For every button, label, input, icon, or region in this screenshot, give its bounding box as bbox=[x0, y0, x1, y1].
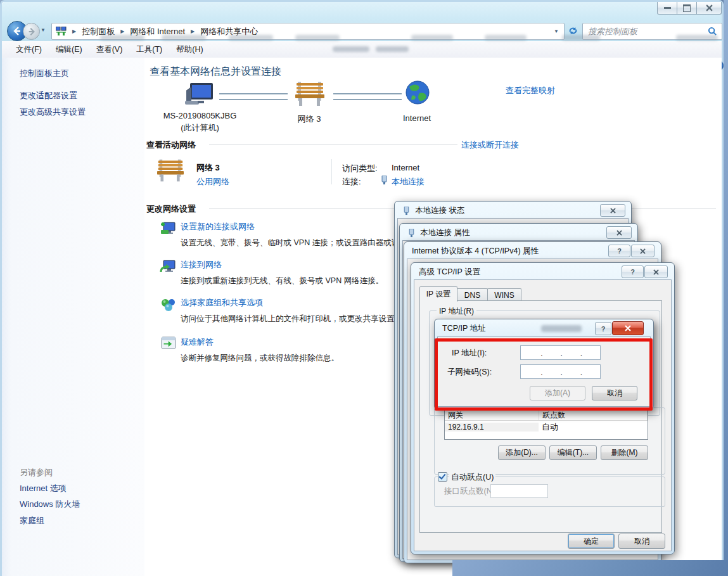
blur-artifact bbox=[162, 35, 206, 41]
troubleshoot-link[interactable]: 疑难解答 bbox=[181, 336, 214, 348]
gateway-table-header: 网关 跃点数 bbox=[445, 410, 648, 421]
interface-metric-label: 接口跃点数(N): bbox=[444, 486, 497, 497]
dialog-address-title: TCP/IP 地址 bbox=[442, 323, 486, 334]
help-button[interactable]: ? bbox=[595, 322, 611, 335]
network-location-icon bbox=[56, 27, 67, 36]
check-icon bbox=[438, 472, 445, 480]
active-network-name: 网络 3 bbox=[196, 162, 220, 174]
connection-icon bbox=[407, 229, 416, 238]
map-computer-sub: (此计算机) bbox=[157, 122, 243, 134]
auto-metric-checkbox[interactable] bbox=[438, 472, 447, 482]
gateway-delete-button[interactable]: 删除(M) bbox=[601, 445, 648, 460]
map-internet-label[interactable]: Internet bbox=[388, 113, 445, 123]
minimize-button[interactable] bbox=[657, 2, 677, 15]
connection-label: 连接: bbox=[342, 176, 361, 188]
forward-button[interactable] bbox=[23, 23, 40, 40]
gateway-value: 192.16.9.1 bbox=[445, 423, 539, 432]
close-button[interactable] bbox=[644, 266, 668, 278]
close-icon bbox=[625, 325, 631, 331]
sidebar-item-internet-options[interactable]: Internet 选项 bbox=[20, 483, 67, 494]
breadcrumb-dropdown-icon[interactable]: ▼ bbox=[554, 29, 559, 34]
refresh-icon bbox=[568, 26, 578, 35]
desktop-background bbox=[452, 560, 728, 576]
gateway-table[interactable]: 网关 跃点数 192.16.9.1 自动 bbox=[444, 409, 648, 440]
col-gateway: 网关 bbox=[445, 410, 539, 420]
internet-globe-icon bbox=[406, 80, 430, 105]
blur-artifact bbox=[411, 35, 453, 41]
help-button[interactable]: ? bbox=[608, 245, 630, 257]
dialog-status-title: 本地连接 状态 bbox=[402, 205, 464, 216]
close-icon bbox=[653, 269, 659, 275]
map-connector bbox=[333, 93, 402, 100]
gateway-add-button[interactable]: 添加(D)... bbox=[498, 445, 546, 460]
interface-metric-input bbox=[490, 484, 548, 498]
connection-icon bbox=[402, 207, 411, 215]
forward-arrow-icon bbox=[27, 27, 36, 36]
network-type-link[interactable]: 公用网络 bbox=[196, 176, 229, 188]
troubleshoot-desc: 诊断并修复网络问题，或获得故障排除信息。 bbox=[181, 353, 339, 364]
close-button[interactable] bbox=[696, 2, 722, 15]
help-button[interactable]: ? bbox=[622, 266, 644, 278]
menu-help[interactable]: 帮助(H) bbox=[176, 44, 203, 55]
close-button[interactable] bbox=[600, 204, 625, 217]
maximize-icon bbox=[683, 4, 691, 12]
sidebar-item-sharing-settings[interactable]: 更改高级共享设置 bbox=[20, 106, 86, 118]
sidebar-item-home[interactable]: 控制面板主页 bbox=[20, 68, 69, 79]
maximize-button[interactable] bbox=[677, 2, 697, 15]
access-type-value: Internet bbox=[392, 163, 419, 172]
homegroup-icon bbox=[161, 297, 176, 312]
see-also-header: 另请参阅 bbox=[20, 467, 53, 478]
back-arrow-icon bbox=[12, 26, 22, 36]
blur-artifact bbox=[229, 35, 273, 41]
gateway-row[interactable]: 192.16.9.1 自动 bbox=[445, 421, 648, 433]
sidebar-item-adapter-settings[interactable]: 更改适配器设置 bbox=[20, 90, 77, 101]
access-type-label: 访问类型: bbox=[342, 163, 378, 174]
map-network-label[interactable]: 网络 3 bbox=[281, 113, 338, 125]
metric-value: 自动 bbox=[539, 421, 648, 433]
menu-file[interactable]: 文件(F) bbox=[16, 44, 42, 55]
network-bench-icon bbox=[295, 80, 324, 107]
blur-artifact bbox=[676, 35, 718, 41]
connection-icon bbox=[380, 176, 388, 185]
sidebar-item-homegroup[interactable]: 家庭组 bbox=[20, 515, 44, 527]
setup-new-connection-link[interactable]: 设置新的连接或网络 bbox=[181, 221, 255, 233]
close-button[interactable] bbox=[612, 321, 644, 335]
blur-artifact bbox=[376, 46, 409, 52]
tab-dns[interactable]: DNS bbox=[457, 288, 488, 302]
menu-view[interactable]: 查看(V) bbox=[96, 44, 123, 55]
computer-icon bbox=[182, 82, 215, 110]
close-icon bbox=[616, 230, 622, 236]
cancel-button[interactable]: 取消 bbox=[618, 534, 665, 549]
blur-artifact bbox=[333, 46, 369, 52]
dialog-ipv4-title: Internet 协议版本 4 (TCP/IPv4) 属性 bbox=[412, 246, 539, 257]
close-button[interactable] bbox=[606, 226, 632, 239]
tab-wins[interactable]: WINS bbox=[487, 288, 521, 302]
connect-to-network-desc: 连接到或重新连接到无线、有线、拨号或 VPN 网络连接。 bbox=[181, 276, 383, 286]
close-button[interactable] bbox=[631, 245, 655, 257]
divider bbox=[331, 159, 332, 184]
sidebar-item-firewall[interactable]: Windows 防火墙 bbox=[20, 499, 80, 510]
dialog-advanced-title: 高级 TCP/IP 设置 bbox=[419, 267, 480, 278]
close-icon bbox=[610, 208, 616, 214]
menu-tools[interactable]: 工具(T) bbox=[136, 44, 162, 55]
blur-artifact bbox=[295, 35, 340, 41]
gateway-edit-button[interactable]: 编辑(T)... bbox=[549, 445, 597, 460]
sidebar: 控制面板主页 更改适配器设置 更改高级共享设置 另请参阅 Internet 选项… bbox=[2, 58, 144, 576]
close-icon bbox=[706, 4, 713, 11]
page-title: 查看基本网络信息并设置连接 bbox=[150, 65, 281, 79]
close-icon bbox=[640, 248, 646, 254]
recent-pages-dropdown[interactable]: ▼ bbox=[41, 27, 46, 33]
blur-artifact bbox=[541, 325, 582, 332]
change-settings-header: 更改网络设置 bbox=[146, 203, 196, 215]
homegroup-options-link[interactable]: 选择家庭组和共享选项 bbox=[181, 297, 263, 309]
view-full-map-link[interactable]: 查看完整映射 bbox=[506, 85, 555, 96]
ok-button[interactable]: 确定 bbox=[568, 534, 615, 549]
menu-edit[interactable]: 编辑(E) bbox=[56, 44, 82, 55]
connect-disconnect-link[interactable]: 连接或断开连接 bbox=[461, 139, 519, 151]
blur-artifact bbox=[485, 35, 527, 41]
map-computer-name: MS-20190805KJBG bbox=[157, 111, 243, 120]
connect-to-network-link[interactable]: 连接到网络 bbox=[181, 259, 222, 271]
local-connection-link[interactable]: 本地连接 bbox=[392, 176, 425, 188]
tab-ip-settings[interactable]: IP 设置 bbox=[419, 286, 457, 302]
active-network-bench-icon bbox=[157, 158, 184, 183]
